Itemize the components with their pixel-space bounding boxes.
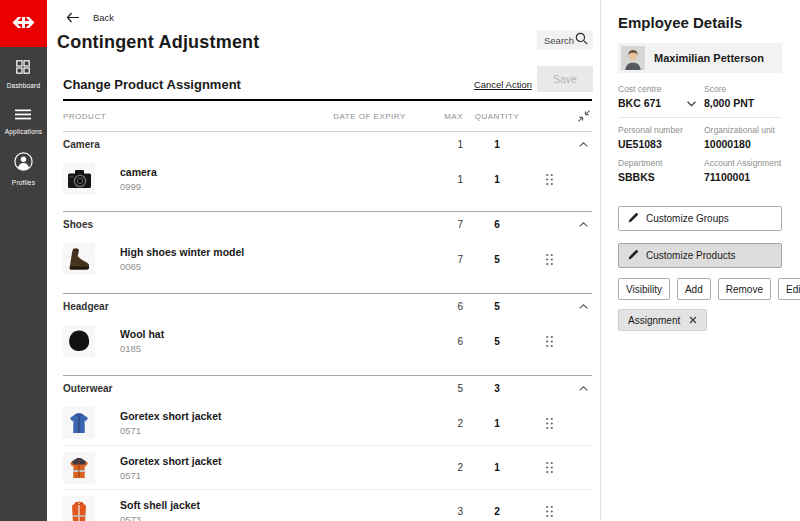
employee-card[interactable]: Maximilian Petterson — [618, 43, 782, 73]
product-image-orange-softshell — [63, 496, 95, 521]
sidebar: Dashboard Applications Profiles — [0, 0, 47, 521]
collapse-all-icon[interactable] — [572, 110, 592, 122]
col-header-quantity: QUANTITY — [467, 112, 527, 121]
product-row[interactable]: camera 0999 1 1 — [63, 157, 592, 201]
drag-handle-icon[interactable] — [527, 461, 572, 474]
drag-handle-icon[interactable] — [527, 173, 572, 186]
sidebar-item-label: Profiles — [12, 179, 35, 186]
pencil-icon — [628, 212, 639, 225]
back-arrow-icon — [66, 12, 80, 23]
visibility-button[interactable]: Visibility — [618, 278, 670, 300]
customize-groups-button[interactable]: Customize Groups — [618, 206, 782, 231]
applications-menu-icon — [15, 106, 31, 124]
field-score: Score 8,000 PNT — [704, 84, 782, 118]
add-button[interactable]: Add — [677, 278, 711, 300]
group-quantity: 1 — [467, 139, 527, 150]
product-action-buttons: Visibility Add Remove Edit — [618, 278, 782, 300]
employee-fields: Cost centre BKC 671 Score 8,000 PNT Pers… — [618, 84, 782, 191]
profile-icon — [14, 152, 33, 175]
page-title: Contingent Adjustment — [57, 32, 592, 53]
group-name: Camera — [63, 139, 327, 150]
group-quantity: 3 — [467, 383, 527, 394]
chevron-up-icon[interactable] — [572, 222, 592, 227]
group-row[interactable]: Headgear 6 5 — [63, 294, 592, 319]
drag-handle-icon[interactable] — [527, 505, 572, 518]
sidebar-item-dashboard[interactable]: Dashboard — [7, 60, 41, 89]
sbb-logo — [0, 0, 47, 47]
remove-button[interactable]: Remove — [718, 278, 771, 300]
group-max: 7 — [412, 219, 467, 230]
product-row[interactable]: High shoes winter model 0085 7 5 — [63, 237, 592, 281]
group-max: 1 — [412, 139, 467, 150]
product-name: Goretex short jacket — [120, 455, 222, 467]
close-icon[interactable] — [689, 315, 697, 326]
product-quantity: 5 — [467, 254, 527, 265]
product-image-wool-hat — [63, 325, 95, 357]
edit-button[interactable]: Edit — [778, 278, 800, 300]
product-quantity: 1 — [467, 462, 527, 473]
col-header-product: PRODUCT — [63, 112, 327, 121]
employee-name: Maximilian Petterson — [654, 52, 764, 64]
group-row[interactable]: Outerwear 5 3 — [63, 376, 592, 401]
group-row[interactable]: Shoes 7 6 — [63, 212, 592, 237]
field-organizational-unit: Organizational unit 10000180 — [704, 118, 782, 158]
cancel-action-link[interactable]: Cancel Action — [474, 79, 532, 90]
group-max: 5 — [412, 383, 467, 394]
chevron-up-icon[interactable] — [572, 304, 592, 309]
panel-title: Employee Details — [618, 14, 782, 31]
drag-handle-icon[interactable] — [527, 417, 572, 430]
back-label[interactable]: Back — [93, 12, 114, 23]
chevron-up-icon[interactable] — [572, 142, 592, 147]
search-input[interactable]: Search — [537, 30, 593, 50]
product-row[interactable]: Wool hat 0185 6 5 — [63, 319, 592, 363]
product-row[interactable]: Goretex short jacket 0571 2 1 — [63, 401, 592, 445]
product-name: camera — [120, 166, 157, 178]
group-section-camera: Camera 1 1 camera — [63, 132, 592, 211]
product-max: 2 — [412, 418, 467, 429]
product-row[interactable]: Goretex short jacket 0571 2 1 — [63, 445, 592, 489]
drag-handle-icon[interactable] — [527, 253, 572, 266]
chevron-up-icon[interactable] — [572, 386, 592, 391]
dashboard-grid-icon — [16, 60, 30, 78]
sidebar-item-label: Dashboard — [7, 82, 41, 89]
avatar — [621, 46, 645, 70]
col-header-max: MAX — [412, 112, 467, 121]
product-max: 1 — [412, 174, 467, 185]
group-name: Outerwear — [63, 383, 327, 394]
product-max: 2 — [412, 462, 467, 473]
group-section-outerwear: Outerwear 5 3 Goretex shor — [63, 375, 592, 521]
back-button[interactable] — [66, 12, 80, 23]
chevron-down-icon[interactable] — [687, 97, 696, 109]
search-placeholder: Search — [544, 35, 574, 46]
sidebar-item-label: Applications — [5, 128, 42, 135]
sidebar-item-profiles[interactable]: Profiles — [12, 152, 35, 186]
product-max: 7 — [412, 254, 467, 265]
product-row[interactable]: Soft shell jacket 0573 3 2 — [63, 489, 592, 521]
group-name: Shoes — [63, 219, 327, 230]
product-image-camera — [63, 163, 95, 195]
field-department: Department SBBKS — [618, 158, 704, 191]
product-quantity: 1 — [467, 174, 527, 185]
product-name: Goretex short jacket — [120, 410, 222, 422]
product-code: 0571 — [120, 470, 222, 481]
group-row[interactable]: Camera 1 1 — [63, 132, 592, 157]
table-header-row: PRODUCT DATE OF EXPIRY MAX QUANTITY — [63, 101, 592, 132]
group-section-headgear: Headgear 6 5 Wool hat — [63, 293, 592, 375]
main-content: Back Contingent Adjustment Search Change… — [47, 0, 600, 521]
product-quantity: 2 — [467, 506, 527, 517]
drag-handle-icon[interactable] — [527, 335, 572, 348]
group-quantity: 5 — [467, 301, 527, 312]
product-quantity: 5 — [467, 336, 527, 347]
product-max: 3 — [412, 506, 467, 517]
search-icon[interactable] — [575, 31, 588, 49]
group-max: 6 — [412, 301, 467, 312]
group-section-shoes: Shoes 7 6 High shoes winte — [63, 211, 592, 293]
customize-products-button[interactable]: Customize Products — [618, 243, 782, 268]
save-button[interactable]: Save — [537, 66, 593, 92]
cost-centre-dropdown[interactable]: BKC 671 — [618, 97, 696, 109]
app-window: Dashboard Applications Profiles Back Con… — [0, 0, 800, 521]
pencil-icon — [628, 249, 639, 262]
sidebar-item-applications[interactable]: Applications — [5, 106, 42, 135]
product-quantity: 1 — [467, 418, 527, 429]
assignment-filter-chip[interactable]: Assignment — [618, 309, 707, 331]
